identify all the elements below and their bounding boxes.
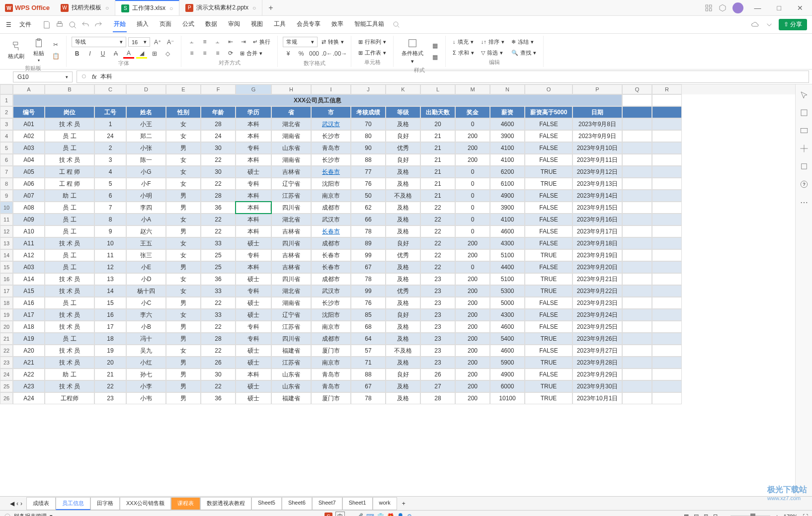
cell[interactable]: 67 — [351, 380, 386, 392]
cell[interactable]: 4100 — [490, 142, 525, 154]
cell[interactable]: TRUE — [525, 357, 572, 369]
cell[interactable]: 6 — [94, 190, 126, 202]
cell[interactable]: 0 — [455, 190, 490, 202]
comma-icon[interactable]: 000 — [309, 49, 320, 59]
cell[interactable]: 青岛市 — [311, 369, 351, 380]
cell[interactable]: FALSE — [525, 309, 572, 321]
cell[interactable]: 2023年9月30日 — [572, 380, 622, 392]
cell[interactable]: 4300 — [490, 237, 525, 249]
cell[interactable]: 4600 — [490, 225, 525, 237]
cell[interactable]: 女 — [166, 214, 201, 225]
cell[interactable]: 2023年9月18日 — [572, 237, 622, 249]
cell[interactable]: 200 — [455, 345, 490, 357]
cell[interactable]: 30 — [201, 166, 236, 178]
table-style-icon[interactable]: ▦ — [429, 52, 440, 62]
cell[interactable]: 6200 — [490, 166, 525, 178]
cell[interactable]: 本科 — [236, 261, 271, 273]
cell[interactable]: 及格 — [386, 380, 420, 392]
cell[interactable]: 男 — [166, 297, 201, 309]
cell[interactable]: 姓名 — [126, 106, 166, 118]
cell[interactable]: FALSE — [525, 214, 572, 225]
cell[interactable] — [622, 202, 652, 214]
cell[interactable]: 21 — [420, 154, 455, 166]
row-header[interactable]: 24 — [0, 369, 13, 380]
clear-format-icon[interactable]: ◇ — [162, 49, 173, 59]
cell[interactable]: 4400 — [490, 261, 525, 273]
cell[interactable]: 0 — [455, 202, 490, 214]
cell[interactable]: 技 术 员 — [45, 285, 94, 297]
cell[interactable]: 99 — [351, 285, 386, 297]
cell[interactable]: 女 — [166, 249, 201, 261]
tab-close-icon[interactable]: ○ — [252, 4, 256, 11]
cell[interactable] — [622, 333, 652, 345]
cell[interactable]: 长沙市 — [311, 154, 351, 166]
cell[interactable]: 0 — [455, 225, 490, 237]
cell[interactable] — [652, 285, 682, 297]
cell[interactable]: 吉林省 — [271, 225, 311, 237]
cell[interactable]: FALSE — [525, 321, 572, 333]
cell[interactable]: 2023年9月29日 — [572, 369, 622, 380]
cell[interactable]: 长春市 — [311, 249, 351, 261]
menu-tab[interactable]: 效率 — [330, 17, 344, 32]
cell[interactable]: 76 — [351, 178, 386, 190]
cell[interactable]: 0 — [455, 166, 490, 178]
cell[interactable]: 湖南省 — [271, 297, 311, 309]
cell[interactable]: 21 — [420, 190, 455, 202]
cell[interactable]: 工 程 师 — [45, 166, 94, 178]
column-header[interactable]: P — [572, 84, 622, 94]
cell[interactable]: 23 — [420, 321, 455, 333]
cell[interactable]: TRUE — [525, 285, 572, 297]
spreadsheet-grid[interactable]: ABCDEFGHIJKLMNOPQR 1XXX公司员工信息2编号岗位工号姓名性别… — [0, 84, 795, 496]
cell[interactable]: 本科 — [236, 225, 271, 237]
cell[interactable]: 成都市 — [311, 333, 351, 345]
tab-close-icon[interactable]: ○ — [169, 5, 173, 12]
column-header[interactable]: K — [386, 84, 420, 94]
menu-tab[interactable]: 插入 — [136, 17, 150, 32]
align-center-icon[interactable]: ≡ — [199, 48, 210, 58]
cell[interactable]: 2023年9月23日 — [572, 297, 622, 309]
cell[interactable]: FALSE — [525, 202, 572, 214]
cell[interactable]: 2023年9月15日 — [572, 202, 622, 214]
cell[interactable]: 2023年9月24日 — [572, 309, 622, 321]
cell[interactable]: 男 — [166, 357, 201, 369]
cell[interactable]: 200 — [455, 309, 490, 321]
cell[interactable]: 南京市 — [311, 321, 351, 333]
properties-icon[interactable] — [800, 108, 809, 117]
tools-icon[interactable] — [800, 144, 809, 153]
cell[interactable]: 硕士 — [236, 237, 271, 249]
cell[interactable]: 2023年9月14日 — [572, 190, 622, 202]
row-header[interactable]: 13 — [0, 237, 13, 249]
cell[interactable]: 技 术 员 — [45, 380, 94, 392]
cell[interactable]: 23 — [420, 333, 455, 345]
cell[interactable]: 11 — [94, 249, 126, 261]
cell[interactable]: 200 — [455, 297, 490, 309]
sheet-tab[interactable]: 成绩表 — [26, 497, 56, 510]
decrease-decimal-icon[interactable]: .0← — [322, 49, 332, 59]
grid-icon[interactable] — [705, 4, 713, 12]
cell[interactable]: 陈一 — [126, 154, 166, 166]
zoom-level[interactable]: 170% — [784, 514, 798, 516]
cell[interactable]: 本科 — [236, 190, 271, 202]
cell[interactable]: 武汉市 — [311, 285, 351, 297]
cell[interactable]: 64 — [351, 333, 386, 345]
cell[interactable]: 江苏省 — [271, 357, 311, 369]
cell[interactable]: A03 — [13, 261, 45, 273]
cell[interactable]: 硕士 — [236, 392, 271, 404]
cell[interactable]: 77 — [351, 166, 386, 178]
cell[interactable]: A01 — [13, 118, 45, 130]
cell[interactable]: 武汉市 — [311, 214, 351, 225]
cell[interactable]: 成都市 — [311, 237, 351, 249]
cell[interactable]: 2023年9月20日 — [572, 261, 622, 273]
cell[interactable] — [652, 261, 682, 273]
cell[interactable]: 及格 — [386, 225, 420, 237]
row-header[interactable]: 15 — [0, 261, 13, 273]
cell[interactable]: 小E — [126, 261, 166, 273]
document-tab[interactable]: P演示文稿素材2.pptx○ — [179, 0, 262, 15]
cell[interactable]: 200 — [455, 142, 490, 154]
cell[interactable]: 22 — [201, 321, 236, 333]
gallery-icon[interactable] — [800, 126, 809, 135]
title-cell[interactable]: XXX公司员工信息 — [13, 94, 622, 106]
cell[interactable]: 及格 — [386, 214, 420, 225]
column-header[interactable]: A — [13, 84, 45, 94]
new-tab-button[interactable]: + — [262, 3, 279, 12]
